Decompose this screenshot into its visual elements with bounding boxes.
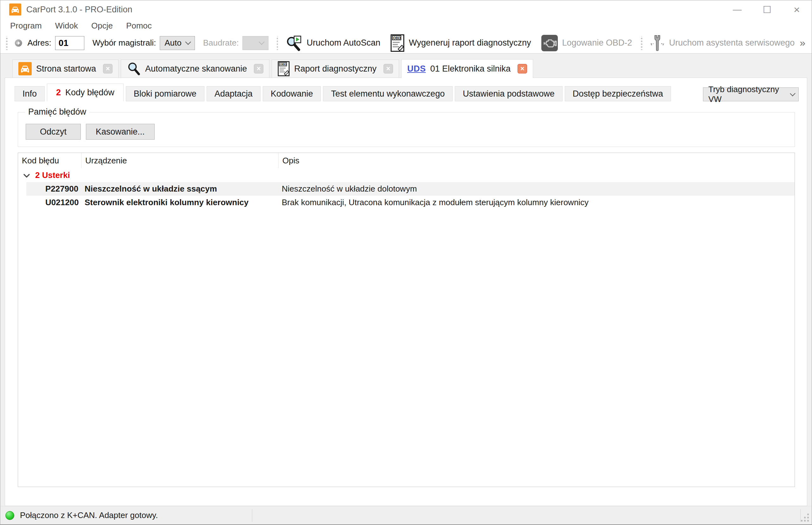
- app-car-icon: [9, 3, 21, 16]
- baudrate-label: Baudrate:: [203, 38, 239, 48]
- bus-select[interactable]: Auto: [160, 36, 195, 50]
- service-assistant-button-label: Uruchom asystenta serwisowego: [669, 38, 795, 48]
- menu-bar: Program Widok Opcje Pomoc: [0, 19, 812, 33]
- chevron-down-icon: [259, 39, 264, 45]
- subtab-kodowanie[interactable]: Kodowanie: [263, 86, 321, 101]
- maximize-button[interactable]: ☐: [752, 0, 782, 19]
- autoscan-button[interactable]: Uruchom AutoScan: [280, 33, 386, 52]
- subtab-label: Info: [23, 89, 37, 99]
- subtab-dostep-bezpieczenstwa[interactable]: Dostęp bezpieczeństwa: [565, 86, 671, 101]
- fault-code: P227900: [18, 184, 82, 194]
- fault-code: U021200: [18, 198, 82, 207]
- subtab-label: Kodowanie: [271, 89, 313, 99]
- toolbar-grip-handle[interactable]: [275, 36, 278, 50]
- read-button[interactable]: Odczyt: [26, 124, 81, 140]
- tab-label: Automatyczne skanowanie: [145, 64, 247, 74]
- menu-opcje[interactable]: Opcje: [85, 21, 119, 31]
- engine-obd2-icon: [541, 35, 558, 51]
- tab-close-icon[interactable]: ×: [518, 64, 527, 73]
- svg-text:OBD: OBD: [280, 62, 287, 66]
- svg-text:OBD: OBD: [393, 36, 401, 40]
- fault-group-row[interactable]: 2 Usterki: [18, 168, 795, 182]
- resize-grip-handle[interactable]: [801, 514, 809, 522]
- subtab-test-elementu[interactable]: Test elementu wykonawczego: [323, 86, 453, 101]
- generate-report-button[interactable]: OBD Wygeneruj raport diagnostyczny: [386, 33, 536, 52]
- document-tab-bar: Strona startowa × Automatyczne skanowani…: [0, 54, 812, 78]
- subtab-kody-bledow-active[interactable]: 2 Kody błędów: [47, 84, 124, 101]
- toolbar: Adres: Wybór magistrali: Auto Baudrate: …: [0, 33, 812, 54]
- subtab-label: Test elementu wykonawczego: [331, 89, 445, 99]
- subtab-bloki-pomiarowe[interactable]: Bloki pomiarowe: [126, 86, 204, 101]
- tab-label: Strona startowa: [36, 64, 96, 74]
- status-text: Połączono z K+CAN. Adapter gotowy.: [20, 510, 158, 520]
- chevron-down-icon: [185, 39, 191, 45]
- car-icon: [18, 62, 32, 75]
- fault-table: Kod błędu Urządzenie Opis 2 Usterki P227…: [18, 153, 795, 487]
- service-assistant-button[interactable]: Uruchom asystenta serwisowego: [645, 33, 800, 52]
- menu-program[interactable]: Program: [3, 21, 48, 31]
- tab-label: Raport diagnostyczny: [294, 64, 377, 74]
- subtab-label: Bloki pomiarowe: [134, 89, 197, 99]
- window-title: CarPort 3.1.0 - PRO-Edition: [26, 5, 132, 15]
- minimize-button[interactable]: —: [722, 0, 752, 19]
- fault-description: Nieszczelność w układzie dolotowym: [279, 184, 795, 194]
- bus-select-value: Auto: [164, 38, 182, 48]
- fault-memory-buttons: Odczyt Kasowanie...: [26, 124, 155, 140]
- column-header-description[interactable]: Opis: [279, 153, 795, 168]
- fault-table-header: Kod błędu Urządzenie Opis: [18, 153, 795, 168]
- baudrate-select: [243, 36, 268, 50]
- table-row[interactable]: P227900 Nieszczelność w układzie ssącym …: [18, 182, 795, 196]
- chevron-down-icon[interactable]: [23, 174, 30, 178]
- fault-device: Nieszczelność w układzie ssącym: [82, 184, 279, 194]
- subtab-label: Adaptacja: [215, 89, 252, 99]
- column-header-code[interactable]: Kod błędu: [18, 153, 82, 168]
- window-controls: — ☐ ×: [722, 0, 812, 19]
- uds-logo: UDS: [407, 64, 426, 74]
- obd2-login-button[interactable]: Logowanie OBD-2: [536, 33, 637, 52]
- fault-memory-group-label: Pamięć błędów: [25, 107, 89, 117]
- table-row[interactable]: U021200 Sterownik elektroniki kolumny ki…: [18, 196, 795, 209]
- column-header-device[interactable]: Urządzenie: [82, 153, 279, 168]
- toolbar-grip-handle[interactable]: [640, 36, 642, 50]
- tab-elektronika-silnika-active[interactable]: UDS 01 Elektronika silnika ×: [401, 59, 533, 78]
- menu-pomoc[interactable]: Pomoc: [119, 21, 158, 31]
- subtab-label: Kody błędów: [65, 88, 114, 97]
- autoscan-magnifier-icon: [286, 35, 302, 51]
- title-bar: CarPort 3.1.0 - PRO-Edition — ☐ ×: [0, 0, 812, 19]
- fault-count-badge: 2: [56, 88, 61, 97]
- subtab-info[interactable]: Info: [15, 86, 45, 101]
- wrench-icon: [650, 34, 665, 52]
- obd-report-icon: OBD: [278, 61, 290, 76]
- fault-memory-groupbox: Pamięć błędów Odczyt Kasowanie...: [18, 112, 795, 147]
- fault-description: Brak komunikacji, Utracona komunikacja z…: [279, 198, 795, 207]
- clear-button[interactable]: Kasowanie...: [86, 124, 155, 140]
- subtab-adaptacja[interactable]: Adaptacja: [207, 86, 261, 101]
- bus-select-label: Wybór magistrali:: [92, 38, 156, 48]
- tab-close-icon[interactable]: ×: [383, 64, 393, 73]
- diagnostic-mode-select[interactable]: Tryb diagnostyczny VW: [703, 87, 799, 101]
- fault-device: Sterownik elektroniki kolumny kierownicy: [82, 198, 279, 207]
- fault-group-label: 2 Usterki: [35, 170, 70, 180]
- tab-close-icon[interactable]: ×: [254, 64, 263, 73]
- tab-close-icon[interactable]: ×: [103, 64, 113, 73]
- tab-label: 01 Elektronika silnika: [430, 64, 511, 74]
- tab-raport-diagnostyczny[interactable]: OBD Raport diagnostyczny ×: [272, 60, 399, 78]
- subtab-label: Ustawienia podstawowe: [463, 89, 555, 99]
- go-button[interactable]: [15, 35, 23, 51]
- status-bar: Połączono z K+CAN. Adapter gotowy.: [0, 506, 812, 524]
- obd2-login-button-label: Logowanie OBD-2: [562, 38, 632, 48]
- menu-widok[interactable]: Widok: [48, 21, 85, 31]
- address-input[interactable]: [55, 36, 84, 50]
- close-button[interactable]: ×: [782, 0, 812, 19]
- toolbar-grip-handle[interactable]: [5, 36, 8, 50]
- subtab-bar: Info 2 Kody błędów Bloki pomiarowe Adapt…: [15, 78, 799, 101]
- toolbar-overflow-chevron[interactable]: »: [800, 37, 810, 49]
- tab-strona-startowa[interactable]: Strona startowa ×: [12, 60, 118, 78]
- subtab-ustawienia-podstawowe[interactable]: Ustawienia podstawowe: [455, 86, 563, 101]
- tab-automatyczne-skanowanie[interactable]: Automatyczne skanowanie ×: [121, 60, 270, 78]
- autoscan-button-label: Uruchom AutoScan: [306, 38, 380, 48]
- subtab-label: Dostęp bezpieczeństwa: [573, 89, 663, 99]
- generate-report-button-label: Wygeneruj raport diagnostyczny: [409, 38, 531, 48]
- address-label: Adres:: [27, 38, 51, 48]
- connection-status-icon: [5, 511, 14, 520]
